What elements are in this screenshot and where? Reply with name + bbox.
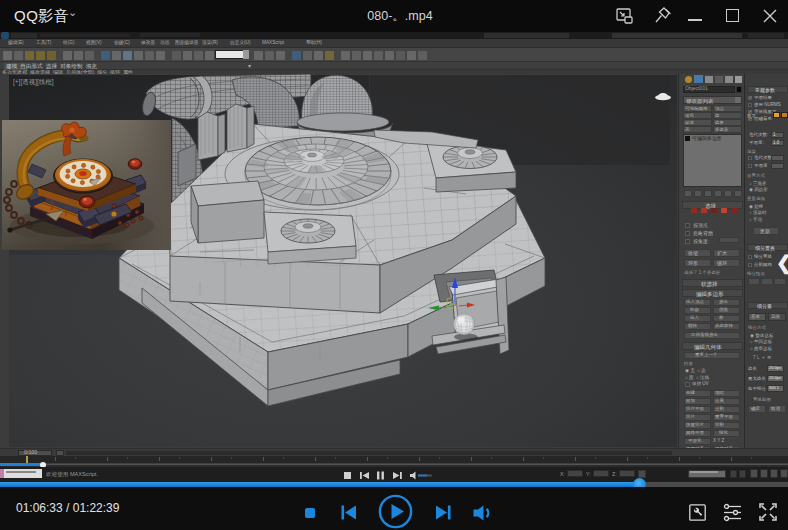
svg-text:[+][透视][线框]: [+][透视][线框] bbox=[13, 78, 54, 86]
